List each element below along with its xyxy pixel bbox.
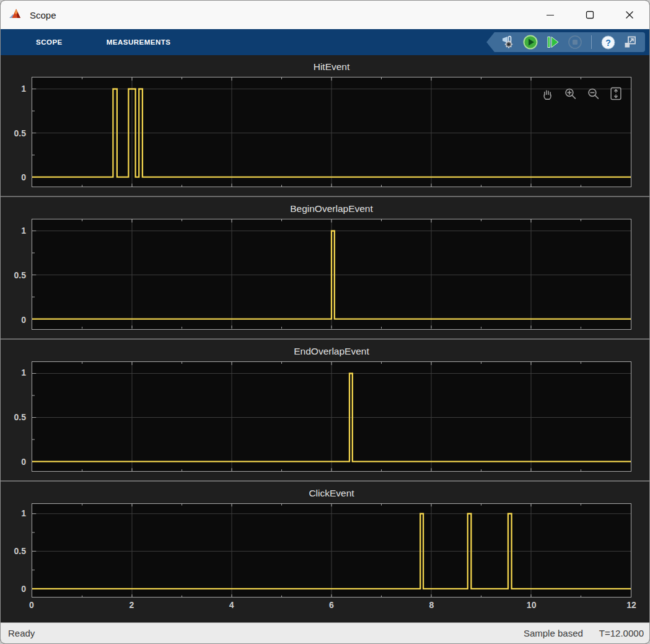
y-tick-label: 0.5 (14, 128, 26, 138)
pan-button[interactable] (537, 83, 557, 104)
quick-access-toolbar: ? (486, 32, 645, 52)
plot-panel: HitEvent10.50 (1, 55, 649, 196)
popout-icon (623, 35, 638, 50)
pan-icon (540, 87, 554, 100)
scope-window: Scope SCOPE MEASUREMENTS (0, 0, 650, 644)
y-axis: 10.50 (1, 77, 32, 187)
y-axis: 10.50 (1, 219, 32, 329)
matlab-logo-icon (9, 7, 24, 22)
x-tick-label: 4 (229, 600, 234, 610)
sim-time-text: T=12.0000 (599, 628, 644, 638)
tab-measurements[interactable]: MEASUREMENTS (107, 38, 171, 46)
x-tick-label: 6 (329, 600, 334, 610)
plot-title: EndOverlapEvent (32, 344, 631, 359)
simulation-settings-icon (501, 35, 516, 50)
close-button[interactable] (610, 1, 649, 29)
y-tick-label: 1 (21, 226, 26, 236)
fit-to-view-button[interactable] (606, 83, 626, 104)
y-tick-label: 0 (21, 457, 26, 467)
plot-title: HitEvent (32, 60, 631, 74)
zoom-in-icon (563, 87, 577, 100)
stop-button[interactable] (566, 34, 584, 50)
run-icon (522, 34, 538, 50)
plot-title: ClickEvent (32, 486, 631, 501)
plot-canvas[interactable] (32, 219, 631, 329)
collapse-arrow-icon[interactable] (486, 32, 494, 52)
plot-hover-toolbar (537, 83, 626, 104)
y-tick-label: 0.5 (14, 546, 26, 556)
x-tick-label: 0 (29, 600, 34, 610)
window-controls (530, 1, 649, 29)
toolstrip: SCOPE MEASUREMENTS (1, 29, 649, 55)
y-tick-label: 0.5 (14, 412, 26, 422)
popout-button[interactable] (621, 34, 639, 50)
plot-title: BeginOverlapEvent (32, 201, 631, 216)
sample-mode-text: Sample based (524, 628, 583, 638)
zoom-out-icon (586, 87, 600, 100)
maximize-icon (586, 11, 594, 19)
statusbar: Ready Sample based T=12.0000 (1, 622, 649, 643)
y-tick-label: 1 (21, 368, 26, 377)
zoom-in-button[interactable] (560, 83, 580, 104)
titlebar: Scope (1, 1, 649, 29)
fit-to-view-icon (609, 87, 623, 100)
help-button[interactable]: ? (599, 34, 617, 50)
zoom-out-button[interactable] (583, 83, 603, 104)
plot-canvas[interactable] (32, 361, 631, 472)
x-tick-label: 2 (129, 600, 134, 610)
close-icon (625, 11, 634, 19)
y-axis: 10.50 (1, 503, 32, 598)
y-tick-label: 1 (21, 508, 26, 518)
step-forward-icon (545, 34, 561, 50)
minimize-icon (546, 11, 555, 19)
plot-panel: EndOverlapEvent10.50 (1, 338, 649, 480)
toolbar-divider (591, 35, 592, 49)
y-tick-label: 0 (21, 584, 26, 594)
maximize-button[interactable] (570, 1, 610, 29)
step-forward-button[interactable] (544, 34, 561, 50)
plot-canvas[interactable] (32, 503, 631, 598)
x-tick-label: 12 (626, 600, 636, 610)
y-tick-label: 0.5 (14, 270, 26, 280)
y-tick-label: 0 (21, 315, 26, 325)
y-tick-label: 1 (21, 84, 26, 94)
plot-panel: BeginOverlapEvent10.50 (1, 196, 649, 338)
plot-canvas[interactable] (32, 77, 631, 187)
status-text: Ready (8, 628, 35, 638)
svg-text:?: ? (605, 37, 611, 47)
x-tick-label: 8 (429, 600, 434, 610)
x-axis: 024681012 (32, 600, 631, 614)
plot-panel: ClickEvent10.50024681012 (1, 480, 649, 622)
plot-area: HitEvent10.50BeginOverlapEvent10.50EndOv… (1, 55, 649, 622)
y-tick-label: 0 (21, 172, 26, 182)
y-axis: 10.50 (1, 361, 32, 472)
help-icon: ? (600, 35, 616, 50)
run-button[interactable] (522, 34, 539, 50)
minimize-button[interactable] (530, 1, 570, 29)
stop-icon (567, 34, 583, 50)
simulation-settings-button[interactable] (499, 34, 517, 50)
window-title: Scope (30, 10, 56, 20)
tab-scope[interactable]: SCOPE (36, 38, 63, 46)
x-tick-label: 10 (527, 600, 537, 610)
